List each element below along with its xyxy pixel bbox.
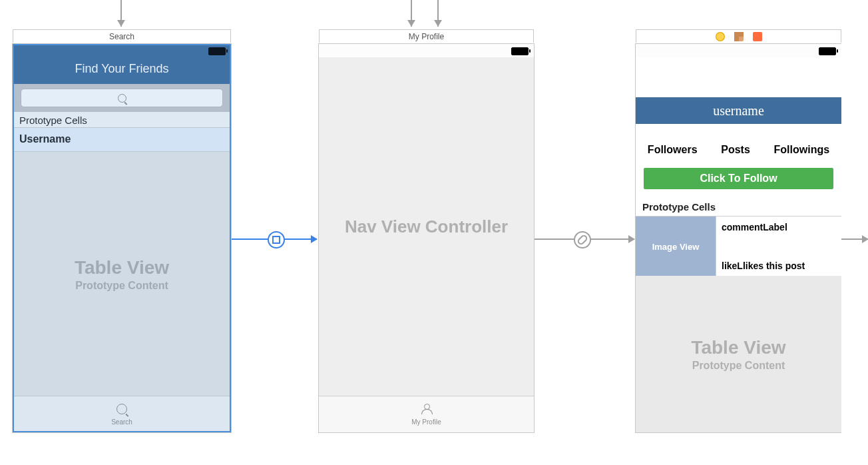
scene-title-bar[interactable]: My Profile — [319, 29, 534, 43]
exit-icon[interactable] — [753, 32, 762, 41]
status-bar-area — [636, 44, 841, 57]
table-row[interactable]: Image View commentLabel likeL likes this… — [636, 216, 841, 277]
search-input[interactable] — [21, 89, 223, 107]
table-row[interactable]: Username — [13, 128, 231, 152]
search-bar-container — [13, 84, 231, 112]
segue-3-out[interactable] — [841, 238, 868, 240]
followings-button[interactable]: Followings — [774, 144, 830, 163]
scene-my-profile[interactable]: My Profile Nav View Controller My Profil… — [318, 43, 535, 433]
stats-row: Followers Posts Followings — [636, 144, 841, 163]
table-view-placeholder[interactable]: Table View Prototype Content — [636, 276, 841, 432]
follow-button[interactable]: Click To Follow — [644, 168, 833, 189]
status-bar — [511, 47, 529, 56]
scene-title-label: Search — [109, 32, 134, 41]
header-image-view[interactable] — [636, 57, 841, 97]
status-bar-area — [319, 44, 534, 58]
battery-icon — [819, 47, 836, 55]
likes-count-label: likeL — [722, 260, 743, 271]
battery-icon — [208, 47, 226, 55]
initial-arrow-scene2b — [437, 0, 439, 27]
tab-bar[interactable]: My Profile — [319, 396, 534, 432]
scene-profile-detail[interactable]: username Followers Posts Followings Clic… — [635, 43, 841, 433]
scene-title-bar[interactable]: Search — [13, 29, 231, 43]
nav-title-label: Find Your Friends — [75, 62, 168, 75]
segue-node-relationship[interactable] — [574, 231, 591, 248]
username-cell-label: Username — [19, 133, 71, 145]
username-bar[interactable]: username — [636, 97, 841, 124]
placeholder-subtitle: Prototype Content — [75, 280, 168, 292]
scene-title-label: My Profile — [409, 32, 444, 41]
navigation-bar[interactable]: Find Your Friends — [13, 44, 231, 84]
scene-search[interactable]: Search Find Your Friends Prototype Cells… — [12, 43, 232, 433]
status-bar — [208, 47, 226, 56]
battery-icon — [511, 47, 529, 55]
posts-button[interactable]: Posts — [721, 144, 750, 163]
status-bar — [819, 47, 836, 56]
followers-button[interactable]: Followers — [648, 144, 698, 163]
comment-label: commentLabel — [722, 222, 836, 232]
profile-tab-icon — [421, 404, 432, 414]
placeholder-label: Nav View Controller — [345, 217, 508, 237]
scene-identity-bar[interactable] — [636, 29, 841, 43]
post-image-view[interactable]: Image View — [636, 217, 716, 276]
first-responder-icon[interactable] — [734, 32, 744, 41]
search-tab-label: Search — [111, 418, 132, 426]
segue-node-present[interactable] — [268, 231, 285, 248]
placeholder-title: Table View — [691, 337, 785, 358]
initial-arrow-scene2a — [411, 0, 412, 27]
tab-bar[interactable]: Search — [13, 396, 231, 432]
likes-text-label: likes this post — [743, 260, 805, 271]
placeholder-title: Table View — [75, 257, 169, 278]
nav-controller-placeholder[interactable]: Nav View Controller — [319, 57, 534, 396]
placeholder-subtitle: Prototype Content — [692, 360, 785, 372]
prototype-cells-header: Prototype Cells — [13, 112, 231, 128]
profile-tab-label: My Profile — [411, 418, 441, 426]
follow-button-label: Click To Follow — [700, 173, 777, 184]
class-icon[interactable] — [716, 32, 725, 41]
search-tab-icon — [116, 404, 127, 414]
username-label: username — [713, 103, 764, 118]
search-icon — [118, 94, 126, 103]
table-view-placeholder[interactable]: Table View Prototype Content — [13, 152, 231, 396]
prototype-cells-header: Prototype Cells — [636, 199, 841, 215]
initial-arrow-scene1 — [120, 0, 122, 27]
